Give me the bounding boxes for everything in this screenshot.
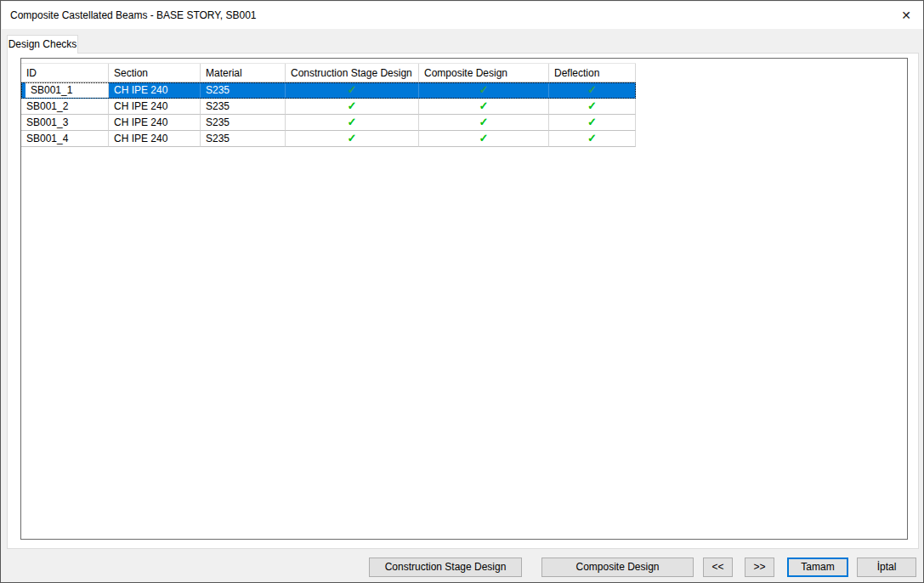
table-row[interactable]: SB001_1 CH IPE 240 S235 ✓ ✓ ✓ xyxy=(21,82,636,99)
tab-page: ID Section Material Construction Stage D… xyxy=(7,53,919,549)
cancel-button[interactable]: İptal xyxy=(857,558,916,577)
section-cell[interactable]: CH IPE 240 xyxy=(109,99,201,115)
composite-design-check-cell[interactable]: ✓ xyxy=(419,131,549,147)
check-icon: ✓ xyxy=(348,116,357,128)
construction-stage-design-button[interactable]: Construction Stage Design xyxy=(369,558,522,577)
dialog-window: Composite Castellated Beams - BASE STORY… xyxy=(0,0,924,583)
composite-design-check-cell[interactable]: ✓ xyxy=(419,99,549,115)
check-icon: ✓ xyxy=(479,116,489,128)
check-icon: ✓ xyxy=(587,132,597,144)
check-icon: ✓ xyxy=(587,83,597,96)
section-cell[interactable]: CH IPE 240 xyxy=(109,131,201,147)
table-row[interactable]: SB001_2 CH IPE 240 S235 ✓ ✓ ✓ xyxy=(21,99,636,115)
column-header-construction-stage-design[interactable]: Construction Stage Design xyxy=(286,64,419,82)
tab-design-checks[interactable]: Design Checks xyxy=(7,35,78,54)
id-cell[interactable]: SB001_1 xyxy=(21,82,109,99)
check-icon: ✓ xyxy=(348,99,357,112)
titlebar: Composite Castellated Beams - BASE STORY… xyxy=(2,2,924,29)
material-cell[interactable]: S235 xyxy=(201,131,286,147)
grid-panel: ID Section Material Construction Stage D… xyxy=(20,58,908,540)
column-header-composite-design[interactable]: Composite Design xyxy=(419,64,549,82)
window-title: Composite Castellated Beams - BASE STORY… xyxy=(10,9,256,21)
composite-design-check-cell[interactable]: ✓ xyxy=(419,82,549,99)
deflection-check-cell[interactable]: ✓ xyxy=(549,82,636,99)
construction-stage-check-cell[interactable]: ✓ xyxy=(286,82,419,99)
ok-button[interactable]: Tamam xyxy=(787,558,848,577)
table-row[interactable]: SB001_4 CH IPE 240 S235 ✓ ✓ ✓ xyxy=(21,131,636,147)
column-header-section[interactable]: Section xyxy=(109,64,201,82)
id-cell[interactable]: SB001_3 xyxy=(21,115,109,131)
section-cell[interactable]: CH IPE 240 xyxy=(109,115,201,131)
check-icon: ✓ xyxy=(348,83,357,96)
check-icon: ✓ xyxy=(587,116,597,128)
id-cell[interactable]: SB001_2 xyxy=(21,99,109,115)
column-header-material[interactable]: Material xyxy=(201,64,286,82)
deflection-check-cell[interactable]: ✓ xyxy=(549,115,636,131)
deflection-check-cell[interactable]: ✓ xyxy=(549,131,636,147)
construction-stage-check-cell[interactable]: ✓ xyxy=(286,99,419,115)
column-header-deflection[interactable]: Deflection xyxy=(549,64,636,82)
material-cell[interactable]: S235 xyxy=(201,115,286,131)
column-header-id[interactable]: ID xyxy=(21,64,109,82)
column-header-row: ID Section Material Construction Stage D… xyxy=(21,63,636,82)
material-cell[interactable]: S235 xyxy=(201,82,286,99)
close-icon: ✕ xyxy=(901,8,911,22)
material-cell[interactable]: S235 xyxy=(201,99,286,115)
construction-stage-check-cell[interactable]: ✓ xyxy=(286,131,419,147)
close-button[interactable]: ✕ xyxy=(895,4,917,26)
check-icon: ✓ xyxy=(479,99,489,112)
id-cell[interactable]: SB001_4 xyxy=(21,131,109,147)
composite-design-button[interactable]: Composite Design xyxy=(541,558,694,577)
section-cell[interactable]: CH IPE 240 xyxy=(109,82,201,99)
check-icon: ✓ xyxy=(348,132,357,144)
deflection-check-cell[interactable]: ✓ xyxy=(549,99,636,115)
check-icon: ✓ xyxy=(479,132,489,144)
previous-button[interactable]: << xyxy=(703,558,733,577)
check-icon: ✓ xyxy=(587,99,597,112)
check-icon: ✓ xyxy=(479,83,489,96)
composite-design-check-cell[interactable]: ✓ xyxy=(419,115,549,131)
data-grid: ID Section Material Construction Stage D… xyxy=(21,63,636,147)
next-button[interactable]: >> xyxy=(745,558,774,577)
construction-stage-check-cell[interactable]: ✓ xyxy=(286,115,419,131)
table-row[interactable]: SB001_3 CH IPE 240 S235 ✓ ✓ ✓ xyxy=(21,115,636,131)
